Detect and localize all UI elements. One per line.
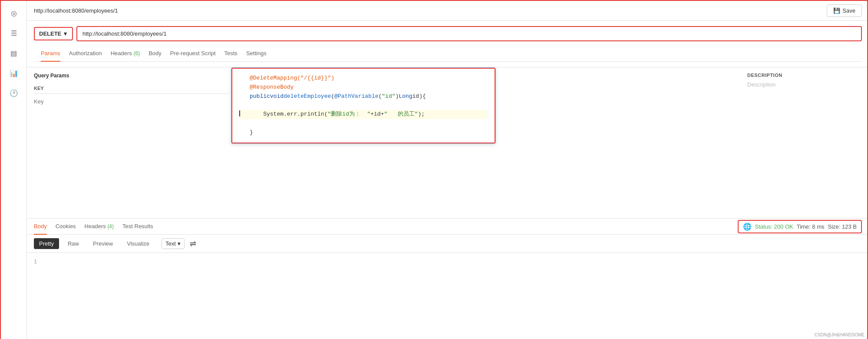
tab-params[interactable]: Params [41, 46, 60, 62]
method-selector[interactable]: DELETE ▾ [34, 27, 73, 40]
code-block[interactable]: @DeleteMapping("/{{id}}") @ResponseBody … [232, 69, 495, 143]
sidebar-icon-history[interactable]: 🕐 [6, 85, 22, 101]
format-tab-pretty[interactable]: Pretty [34, 238, 59, 249]
response-status-area: 🌐 Status: 200 OK Time: 8 ms Size: 123 B [738, 220, 862, 233]
sidebar: ◎ ☰ ▤ 📊 🕐 [1, 1, 27, 339]
history-icon: 🕐 [10, 89, 18, 97]
url-input[interactable] [77, 27, 861, 40]
format-tab-preview[interactable]: Preview [88, 238, 118, 249]
wrap-icon[interactable]: ⇌ [190, 239, 196, 249]
request-section: DELETE ▾ Params Authorization Headers (6… [27, 21, 868, 67]
key-col-header: KEY [34, 86, 228, 91]
code-line-1: @DeleteMapping("/{{id}}") [239, 74, 488, 83]
app-container: ◎ ☰ ▤ 📊 🕐 http://localhost:8080/employee… [1, 1, 868, 339]
chart-icon: 📊 [10, 69, 18, 77]
tab-settings[interactable]: Settings [246, 46, 267, 62]
response-tabs-row: Body Cookies Headers (4) Test Results 🌐 [27, 219, 868, 235]
document-icon: ☰ [11, 29, 17, 37]
bottom-section: Body Cookies Headers (4) Test Results 🌐 [27, 218, 868, 339]
status-text: Status: 200 OK [755, 223, 793, 230]
response-headers-badge: (4) [107, 223, 114, 229]
params-header: KEY [34, 83, 228, 94]
tab-authorization[interactable]: Authorization [69, 46, 102, 62]
code-line-7: } [239, 128, 488, 137]
key-input[interactable] [34, 98, 228, 105]
params-panel: Query Params KEY [27, 67, 235, 218]
tab-test-results[interactable]: Test Results [122, 219, 153, 235]
time-text: Time: 8 ms [797, 223, 825, 230]
code-overlay: @DeleteMapping("/{{id}}") @ResponseBody … [231, 67, 496, 144]
size-text: Size: 123 B [828, 223, 857, 230]
tab-response-headers[interactable]: Headers (4) [85, 219, 114, 235]
url-display: http://localhost:8080/employees/1 [34, 7, 118, 14]
url-input-container [76, 26, 862, 41]
code-line-3: public void deleteEmployee ( @PathVariab… [239, 92, 488, 101]
response-format-row: Pretty Raw Preview Visualize Text ▾ ⇌ [27, 235, 868, 253]
sidebar-icon-database[interactable]: ▤ [6, 45, 22, 61]
code-line-4 [239, 101, 488, 110]
main-content: http://localhost:8080/employees/1 💾 Save… [27, 1, 868, 339]
tab-cookies[interactable]: Cookies [56, 219, 76, 235]
method-url-row: DELETE ▾ [34, 26, 862, 41]
watermark: CSDN@JH&HANDSOME [815, 332, 865, 337]
top-bar: http://localhost:8080/employees/1 💾 Save [27, 1, 868, 21]
params-table: KEY [34, 83, 228, 106]
dropdown-icon: ▾ [64, 30, 67, 37]
sidebar-icon-circles[interactable]: ◎ [6, 5, 22, 21]
method-label: DELETE [39, 30, 61, 37]
code-line-5: System.err.println( "删除id为： " +id+ " 的员工… [239, 110, 488, 119]
circles-icon: ◎ [11, 9, 17, 17]
sidebar-icon-document[interactable]: ☰ [6, 25, 22, 41]
query-params-label: Query Params [34, 73, 228, 79]
description-panel: DESCRIPTION Description [739, 67, 868, 93]
response-body: 1 [27, 253, 868, 339]
text-selector-label: Text [165, 240, 176, 247]
request-tabs-row: Params Authorization Headers (6) Body Pr… [34, 46, 862, 62]
format-tab-visualize[interactable]: Visualize [122, 238, 155, 249]
save-button[interactable]: 💾 Save [827, 4, 862, 17]
format-tab-raw[interactable]: Raw [63, 238, 84, 249]
tab-response-body[interactable]: Body [34, 219, 47, 235]
description-label: DESCRIPTION [747, 73, 860, 78]
text-selector[interactable]: Text ▾ [162, 238, 185, 249]
tab-headers[interactable]: Headers (6) [111, 46, 140, 62]
headers-badge: (6) [133, 50, 140, 56]
description-placeholder: Description [747, 81, 860, 88]
code-overlay-inner: @DeleteMapping("/{{id}}") @ResponseBody … [231, 68, 495, 143]
sidebar-icon-chart[interactable]: 📊 [6, 65, 22, 81]
code-line-6 [239, 119, 488, 128]
save-icon: 💾 [833, 7, 840, 14]
params-row [34, 96, 228, 106]
database-icon: ▤ [10, 49, 17, 57]
tab-tests[interactable]: Tests [224, 46, 238, 62]
tab-body[interactable]: Body [149, 46, 162, 62]
text-dropdown-icon: ▾ [178, 240, 181, 247]
code-line-2: @ResponseBody [239, 83, 488, 92]
response-tabs-left: Body Cookies Headers (4) Test Results [34, 219, 153, 234]
content-area: Query Params KEY [27, 67, 868, 218]
line-number: 1 [34, 259, 37, 265]
globe-icon: 🌐 [743, 223, 752, 231]
tab-prerequest[interactable]: Pre-request Script [170, 46, 216, 62]
